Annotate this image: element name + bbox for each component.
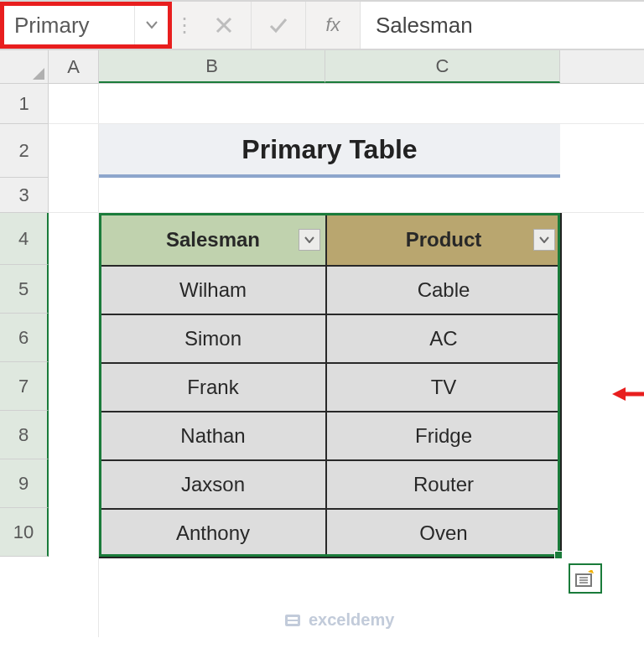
cell-salesman[interactable]: Anthony xyxy=(100,509,326,558)
cells-area[interactable]: Primary Table Salesman Product xyxy=(49,84,644,557)
table-row[interactable]: Wilham Cable xyxy=(100,266,561,314)
arrow-annotation xyxy=(610,384,644,404)
table-row[interactable]: Jaxson Router xyxy=(100,460,561,509)
cell-product[interactable]: Fridge xyxy=(326,412,561,460)
chevron-down-icon xyxy=(304,236,314,243)
logo-icon xyxy=(283,611,302,630)
cancel-button[interactable] xyxy=(197,2,252,49)
column-header-C[interactable]: C xyxy=(325,50,560,83)
header-product-label: Product xyxy=(406,228,482,251)
table-row[interactable]: Frank TV xyxy=(100,363,561,412)
cell-product[interactable]: Cable xyxy=(326,266,561,314)
cell-product[interactable]: Oven xyxy=(326,509,561,558)
row-header-2[interactable]: 2 xyxy=(0,124,49,178)
cell-product[interactable]: Router xyxy=(326,460,561,509)
formula-bar-separator: ⋮ xyxy=(172,2,197,49)
cell-salesman[interactable]: Simon xyxy=(100,314,326,363)
fx-label: fx xyxy=(325,14,340,36)
table-title: Primary Table xyxy=(99,124,560,178)
name-box-dropdown[interactable] xyxy=(134,6,168,44)
row-header-9[interactable]: 9 xyxy=(0,459,49,508)
name-box-highlight: Primary xyxy=(0,2,172,49)
watermark: exceldemy xyxy=(283,610,394,630)
table-row[interactable]: Anthony Oven xyxy=(100,509,561,558)
filter-button-product[interactable] xyxy=(533,229,555,251)
row-header-1[interactable]: 1 xyxy=(0,84,49,124)
chevron-down-icon xyxy=(146,21,158,29)
watermark-text: exceldemy xyxy=(309,610,394,630)
column-header-B[interactable]: B xyxy=(99,50,325,83)
row-header-4[interactable]: 4 xyxy=(0,213,49,265)
close-icon xyxy=(214,15,234,35)
grid-line xyxy=(49,84,99,637)
select-all-corner[interactable] xyxy=(0,50,49,83)
row-headers: 1 2 3 4 5 6 7 8 9 10 xyxy=(0,84,49,557)
row-header-7[interactable]: 7 xyxy=(0,362,49,411)
cell-product[interactable]: TV xyxy=(326,363,561,412)
formula-input[interactable]: Salesman xyxy=(361,2,644,49)
quick-analysis-icon xyxy=(575,570,595,587)
column-header-A[interactable]: A xyxy=(49,50,99,83)
formula-bar: Primary ⋮ fx Salesman xyxy=(0,0,644,50)
chevron-down-icon xyxy=(539,236,549,243)
row-header-6[interactable]: 6 xyxy=(0,314,49,362)
check-icon xyxy=(268,15,288,35)
name-box[interactable]: Primary xyxy=(4,6,134,44)
row-header-3[interactable]: 3 xyxy=(0,178,49,213)
column-headers: A B C xyxy=(0,50,644,84)
table-row[interactable]: Simon AC xyxy=(100,314,561,363)
header-salesman-label: Salesman xyxy=(166,228,260,251)
table-row[interactable]: Nathan Fridge xyxy=(100,412,561,460)
svg-rect-8 xyxy=(288,620,298,621)
insert-function-button[interactable]: fx xyxy=(306,2,361,49)
row-header-10[interactable]: 10 xyxy=(0,508,49,557)
svg-marker-5 xyxy=(612,387,626,401)
row-header-8[interactable]: 8 xyxy=(0,411,49,459)
worksheet-grid: 1 2 3 4 5 6 7 8 9 10 Primary Table Sales… xyxy=(0,84,644,557)
enter-button[interactable] xyxy=(252,2,306,49)
table-header-row: Salesman Product xyxy=(100,214,561,266)
cell-salesman[interactable]: Nathan xyxy=(100,412,326,460)
header-product[interactable]: Product xyxy=(326,214,561,266)
cell-salesman[interactable]: Frank xyxy=(100,363,326,412)
filter-button-salesman[interactable] xyxy=(299,229,320,251)
cell-salesman[interactable]: Jaxson xyxy=(100,460,326,509)
header-salesman[interactable]: Salesman xyxy=(100,214,326,266)
quick-analysis-button[interactable] xyxy=(569,563,602,594)
row-header-5[interactable]: 5 xyxy=(0,265,49,314)
cell-salesman[interactable]: Wilham xyxy=(100,266,326,314)
cell-product[interactable]: AC xyxy=(326,314,561,363)
data-table: Salesman Product Wilham xyxy=(99,213,562,558)
